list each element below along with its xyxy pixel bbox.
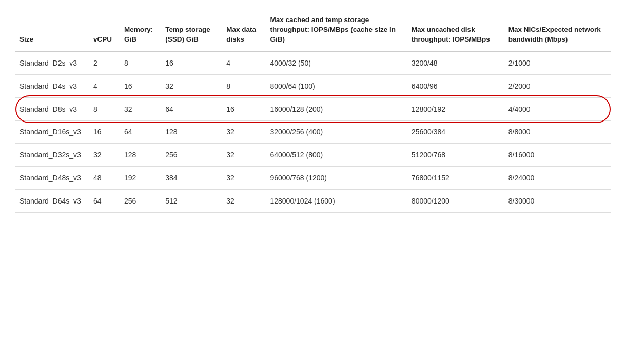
col-header-memory: Memory:GiB (120, 10, 161, 51)
cell-max_data_disks: 32 (222, 190, 266, 213)
cell-temp_storage: 32 (161, 74, 222, 97)
cell-memory: 192 (120, 167, 161, 190)
cell-max_uncached: 12800/192 (407, 97, 504, 120)
cell-max_nics: 2/1000 (504, 51, 611, 75)
cell-vcpu: 2 (89, 51, 120, 75)
cell-size: Standard_D48s_v3 (15, 167, 89, 190)
col-header-temp-storage: Temp storage (SSD) GiB (161, 10, 222, 51)
cell-size: Standard_D2s_v3 (15, 51, 89, 75)
table-header-row: Size vCPU Memory:GiB Temp storage (SSD) … (15, 10, 611, 51)
cell-size: Standard_D4s_v3 (15, 74, 89, 97)
col-header-max-uncached: Max uncached disk throughput: IOPS/MBps (407, 10, 504, 51)
cell-memory: 128 (120, 144, 161, 167)
cell-max_uncached: 25600/384 (407, 120, 504, 144)
cell-max_cached: 32000/256 (400) (266, 120, 407, 144)
cell-max_nics: 2/2000 (504, 74, 611, 97)
cell-memory: 16 (120, 74, 161, 97)
cell-max_uncached: 80000/1200 (407, 190, 504, 213)
cell-vcpu: 16 (89, 120, 120, 144)
cell-max_nics: 8/8000 (504, 120, 611, 144)
table-row: Standard_D64s_v36425651232128000/1024 (1… (15, 190, 611, 213)
cell-size: Standard_D16s_v3 (15, 120, 89, 144)
cell-max_nics: 8/24000 (504, 167, 611, 190)
table-row: Standard_D16s_v316641283232000/256 (400)… (15, 120, 611, 144)
cell-max_nics: 8/30000 (504, 190, 611, 213)
cell-memory: 32 (120, 97, 161, 120)
table-row: Standard_D32s_v3321282563264000/512 (800… (15, 144, 611, 167)
col-header-size: Size (15, 10, 89, 51)
cell-max_cached: 96000/768 (1200) (266, 167, 407, 190)
cell-temp_storage: 512 (161, 190, 222, 213)
cell-max_data_disks: 32 (222, 167, 266, 190)
col-header-max-cached: Max cached and temp storage throughput: … (266, 10, 407, 51)
cell-max_cached: 8000/64 (100) (266, 74, 407, 97)
cell-max_uncached: 51200/768 (407, 144, 504, 167)
cell-max_data_disks: 8 (222, 74, 266, 97)
cell-temp_storage: 384 (161, 167, 222, 190)
cell-vcpu: 4 (89, 74, 120, 97)
cell-size: Standard_D64s_v3 (15, 190, 89, 213)
cell-size: Standard_D8s_v3 (15, 97, 89, 120)
cell-max_nics: 4/4000 (504, 97, 611, 120)
table-row: Standard_D4s_v34163288000/64 (100)6400/9… (15, 74, 611, 97)
cell-max_data_disks: 16 (222, 97, 266, 120)
cell-max_uncached: 76800/1152 (407, 167, 504, 190)
cell-vcpu: 48 (89, 167, 120, 190)
cell-memory: 8 (120, 51, 161, 75)
cell-temp_storage: 128 (161, 120, 222, 144)
cell-max_cached: 4000/32 (50) (266, 51, 407, 75)
cell-max_nics: 8/16000 (504, 144, 611, 167)
cell-memory: 64 (120, 120, 161, 144)
cell-max_cached: 16000/128 (200) (266, 97, 407, 120)
cell-max_data_disks: 4 (222, 51, 266, 75)
col-header-max-data-disks: Max data disks (222, 10, 266, 51)
table-row: Standard_D2s_v3281644000/32 (50)3200/482… (15, 51, 611, 75)
table-row: Standard_D8s_v3832641616000/128 (200)128… (15, 97, 611, 120)
cell-memory: 256 (120, 190, 161, 213)
cell-temp_storage: 64 (161, 97, 222, 120)
cell-temp_storage: 16 (161, 51, 222, 75)
cell-max_uncached: 6400/96 (407, 74, 504, 97)
cell-size: Standard_D32s_v3 (15, 144, 89, 167)
table-row: Standard_D48s_v3481923843296000/768 (120… (15, 167, 611, 190)
cell-max_uncached: 3200/48 (407, 51, 504, 75)
table-container: Size vCPU Memory:GiB Temp storage (SSD) … (15, 10, 611, 213)
cell-vcpu: 64 (89, 190, 120, 213)
cell-max_cached: 128000/1024 (1600) (266, 190, 407, 213)
cell-vcpu: 8 (89, 97, 120, 120)
cell-max_data_disks: 32 (222, 144, 266, 167)
vm-sizes-table: Size vCPU Memory:GiB Temp storage (SSD) … (15, 10, 611, 213)
col-header-max-nics: Max NICs/Expected network bandwidth (Mbp… (504, 10, 611, 51)
cell-temp_storage: 256 (161, 144, 222, 167)
cell-max_data_disks: 32 (222, 120, 266, 144)
cell-vcpu: 32 (89, 144, 120, 167)
cell-max_cached: 64000/512 (800) (266, 144, 407, 167)
col-header-vcpu: vCPU (89, 10, 120, 51)
